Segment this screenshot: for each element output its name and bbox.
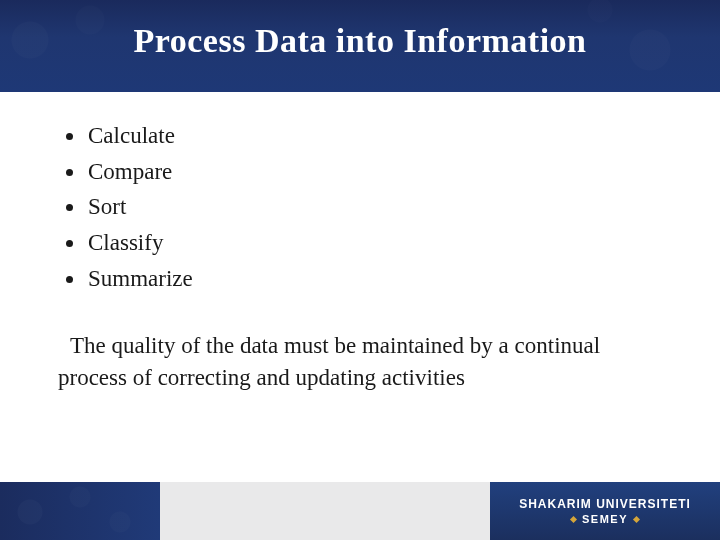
content-area: Calculate Compare Sort Classify Summariz… bbox=[58, 118, 668, 395]
diamond-icon bbox=[633, 515, 640, 522]
footer-mid bbox=[160, 482, 490, 540]
university-name: SHAKARIM UNIVERSITETI bbox=[519, 497, 691, 511]
body-paragraph: The quality of the data must be maintain… bbox=[58, 330, 668, 394]
list-item: Classify bbox=[86, 225, 668, 261]
bullet-list: Calculate Compare Sort Classify Summariz… bbox=[58, 118, 668, 296]
university-city: SEMEY bbox=[571, 513, 639, 525]
diamond-icon bbox=[570, 515, 577, 522]
footer-pattern-left bbox=[0, 482, 160, 540]
slide: Process Data into Information Calculate … bbox=[0, 0, 720, 540]
footer-logo-block: SHAKARIM UNIVERSITETI SEMEY bbox=[490, 482, 720, 540]
university-city-label: SEMEY bbox=[582, 513, 628, 525]
list-item: Compare bbox=[86, 154, 668, 190]
list-item: Sort bbox=[86, 189, 668, 225]
list-item: Calculate bbox=[86, 118, 668, 154]
list-item: Summarize bbox=[86, 261, 668, 297]
slide-title: Process Data into Information bbox=[0, 22, 720, 60]
footer-band: SHAKARIM UNIVERSITETI SEMEY bbox=[0, 482, 720, 540]
header-band: Process Data into Information bbox=[0, 0, 720, 92]
